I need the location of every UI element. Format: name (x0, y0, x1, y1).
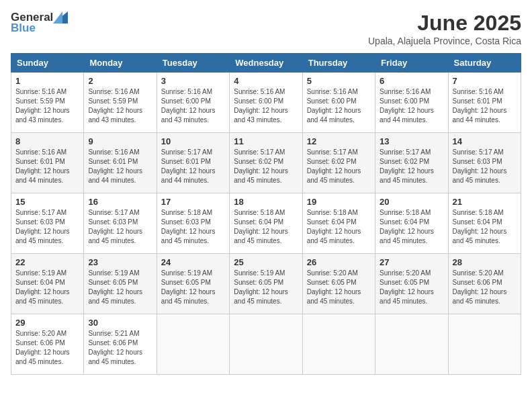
day-info: Sunrise: 5:16 AMSunset: 6:00 PMDaylight:… (161, 87, 225, 125)
day-info: Sunrise: 5:21 AMSunset: 6:06 PMDaylight:… (88, 329, 152, 367)
day-cell-3: 3 Sunrise: 5:16 AMSunset: 6:00 PMDayligh… (157, 73, 229, 133)
day-number: 21 (453, 197, 517, 207)
day-info: Sunrise: 5:19 AMSunset: 6:05 PMDaylight:… (234, 269, 298, 306)
day-number: 5 (307, 76, 371, 86)
day-number: 11 (234, 136, 298, 146)
calendar-week-4: 22 Sunrise: 5:19 AMSunset: 6:04 PMDaylig… (11, 254, 521, 314)
day-info: Sunrise: 5:16 AMSunset: 6:00 PMDaylight:… (234, 87, 298, 125)
day-cell-11: 11 Sunrise: 5:17 AMSunset: 6:02 PMDaylig… (230, 133, 302, 193)
day-info: Sunrise: 5:19 AMSunset: 6:04 PMDaylight:… (15, 269, 79, 306)
day-info: Sunrise: 5:17 AMSunset: 6:03 PMDaylight:… (15, 208, 79, 246)
day-cell-21: 21 Sunrise: 5:18 AMSunset: 6:04 PMDaylig… (448, 193, 521, 254)
day-info: Sunrise: 5:18 AMSunset: 6:04 PMDaylight:… (380, 208, 443, 246)
day-number: 7 (453, 76, 517, 86)
day-number: 10 (161, 136, 225, 146)
day-cell-27: 27 Sunrise: 5:20 AMSunset: 6:05 PMDaylig… (375, 254, 448, 314)
logo: General Blue (11, 11, 68, 35)
day-info: Sunrise: 5:16 AMSunset: 6:00 PMDaylight:… (380, 87, 443, 125)
day-info: Sunrise: 5:18 AMSunset: 6:04 PMDaylight:… (234, 208, 298, 246)
empty-cell (375, 314, 448, 375)
day-number: 2 (88, 76, 152, 86)
day-number: 15 (15, 197, 79, 207)
day-info: Sunrise: 5:16 AMSunset: 5:59 PMDaylight:… (88, 87, 152, 125)
calendar-week-1: 1 Sunrise: 5:16 AMSunset: 5:59 PMDayligh… (11, 73, 521, 133)
day-info: Sunrise: 5:17 AMSunset: 6:02 PMDaylight:… (380, 148, 443, 185)
day-cell-6: 6 Sunrise: 5:16 AMSunset: 6:00 PMDayligh… (375, 73, 448, 133)
empty-cell (302, 314, 375, 375)
day-info: Sunrise: 5:16 AMSunset: 6:01 PMDaylight:… (453, 87, 517, 125)
day-number: 23 (88, 257, 152, 267)
day-cell-16: 16 Sunrise: 5:17 AMSunset: 6:03 PMDaylig… (84, 193, 157, 254)
day-cell-2: 2 Sunrise: 5:16 AMSunset: 5:59 PMDayligh… (84, 73, 157, 133)
day-cell-15: 15 Sunrise: 5:17 AMSunset: 6:03 PMDaylig… (11, 193, 84, 254)
calendar-week-3: 15 Sunrise: 5:17 AMSunset: 6:03 PMDaylig… (11, 193, 521, 254)
day-number: 3 (161, 76, 225, 86)
day-number: 16 (88, 197, 152, 207)
header-monday: Monday (84, 54, 157, 73)
day-cell-17: 17 Sunrise: 5:18 AMSunset: 6:03 PMDaylig… (157, 193, 229, 254)
logo-blue-text: Blue (11, 21, 36, 35)
day-cell-19: 19 Sunrise: 5:18 AMSunset: 6:04 PMDaylig… (302, 193, 375, 254)
header-friday: Friday (375, 54, 448, 73)
day-cell-18: 18 Sunrise: 5:18 AMSunset: 6:04 PMDaylig… (230, 193, 302, 254)
day-info: Sunrise: 5:16 AMSunset: 6:01 PMDaylight:… (15, 148, 79, 185)
day-info: Sunrise: 5:18 AMSunset: 6:03 PMDaylight:… (161, 208, 225, 246)
day-info: Sunrise: 5:18 AMSunset: 6:04 PMDaylight:… (307, 208, 371, 246)
day-info: Sunrise: 5:16 AMSunset: 6:00 PMDaylight:… (307, 87, 371, 125)
empty-cell (157, 314, 229, 375)
day-number: 25 (234, 257, 298, 267)
day-info: Sunrise: 5:20 AMSunset: 6:05 PMDaylight:… (307, 269, 371, 306)
location-subtitle: Upala, Alajuela Province, Costa Rica (368, 36, 521, 46)
day-cell-8: 8 Sunrise: 5:16 AMSunset: 6:01 PMDayligh… (11, 133, 84, 193)
day-number: 13 (380, 136, 443, 146)
day-number: 29 (15, 318, 79, 328)
day-cell-22: 22 Sunrise: 5:19 AMSunset: 6:04 PMDaylig… (11, 254, 84, 314)
day-cell-20: 20 Sunrise: 5:18 AMSunset: 6:04 PMDaylig… (375, 193, 448, 254)
svg-marker-1 (53, 11, 62, 24)
header-tuesday: Tuesday (157, 54, 229, 73)
day-cell-26: 26 Sunrise: 5:20 AMSunset: 6:05 PMDaylig… (302, 254, 375, 314)
header-saturday: Saturday (448, 54, 521, 73)
empty-cell (230, 314, 302, 375)
header-wednesday: Wednesday (230, 54, 302, 73)
day-number: 28 (453, 257, 517, 267)
day-cell-12: 12 Sunrise: 5:17 AMSunset: 6:02 PMDaylig… (302, 133, 375, 193)
day-info: Sunrise: 5:16 AMSunset: 6:01 PMDaylight:… (88, 148, 152, 185)
day-info: Sunrise: 5:19 AMSunset: 6:05 PMDaylight:… (161, 269, 225, 306)
day-info: Sunrise: 5:17 AMSunset: 6:03 PMDaylight:… (88, 208, 152, 246)
day-number: 9 (88, 136, 152, 146)
day-cell-24: 24 Sunrise: 5:19 AMSunset: 6:05 PMDaylig… (157, 254, 229, 314)
day-cell-30: 30 Sunrise: 5:21 AMSunset: 6:06 PMDaylig… (84, 314, 157, 375)
day-cell-5: 5 Sunrise: 5:16 AMSunset: 6:00 PMDayligh… (302, 73, 375, 133)
day-cell-1: 1 Sunrise: 5:16 AMSunset: 5:59 PMDayligh… (11, 73, 84, 133)
day-cell-4: 4 Sunrise: 5:16 AMSunset: 6:00 PMDayligh… (230, 73, 302, 133)
day-cell-9: 9 Sunrise: 5:16 AMSunset: 6:01 PMDayligh… (84, 133, 157, 193)
calendar-header-row: Sunday Monday Tuesday Wednesday Thursday… (11, 54, 521, 73)
empty-cell (448, 314, 521, 375)
day-cell-13: 13 Sunrise: 5:17 AMSunset: 6:02 PMDaylig… (375, 133, 448, 193)
day-number: 27 (380, 257, 443, 267)
day-number: 14 (453, 136, 517, 146)
day-cell-23: 23 Sunrise: 5:19 AMSunset: 6:05 PMDaylig… (84, 254, 157, 314)
day-info: Sunrise: 5:20 AMSunset: 6:06 PMDaylight:… (15, 329, 79, 367)
day-number: 26 (307, 257, 371, 267)
day-number: 20 (380, 197, 443, 207)
day-number: 18 (234, 197, 298, 207)
day-number: 12 (307, 136, 371, 146)
title-section: June 2025 Upala, Alajuela Province, Cost… (368, 11, 521, 46)
day-info: Sunrise: 5:17 AMSunset: 6:03 PMDaylight:… (453, 148, 517, 185)
header-thursday: Thursday (302, 54, 375, 73)
day-cell-29: 29 Sunrise: 5:20 AMSunset: 6:06 PMDaylig… (11, 314, 84, 375)
day-cell-28: 28 Sunrise: 5:20 AMSunset: 6:06 PMDaylig… (448, 254, 521, 314)
day-info: Sunrise: 5:19 AMSunset: 6:05 PMDaylight:… (88, 269, 152, 306)
day-cell-25: 25 Sunrise: 5:19 AMSunset: 6:05 PMDaylig… (230, 254, 302, 314)
day-info: Sunrise: 5:17 AMSunset: 6:02 PMDaylight:… (234, 148, 298, 185)
calendar-week-5: 29 Sunrise: 5:20 AMSunset: 6:06 PMDaylig… (11, 314, 521, 375)
day-number: 17 (161, 197, 225, 207)
month-year-title: June 2025 (368, 11, 521, 36)
day-number: 22 (15, 257, 79, 267)
day-info: Sunrise: 5:17 AMSunset: 6:01 PMDaylight:… (161, 148, 225, 185)
day-cell-10: 10 Sunrise: 5:17 AMSunset: 6:01 PMDaylig… (157, 133, 229, 193)
day-number: 24 (161, 257, 225, 267)
day-info: Sunrise: 5:17 AMSunset: 6:02 PMDaylight:… (307, 148, 371, 185)
